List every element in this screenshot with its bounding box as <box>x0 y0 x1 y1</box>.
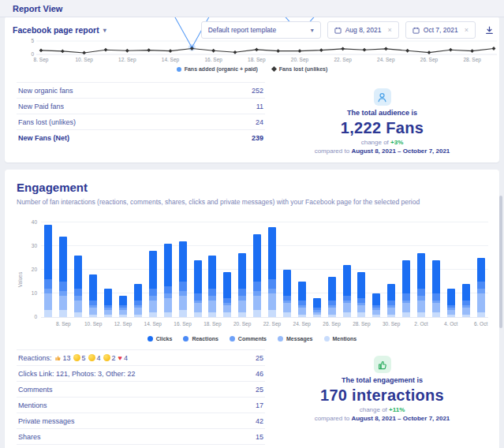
bar-slot <box>71 223 86 317</box>
bar-segment-clicks <box>194 260 202 293</box>
stacked-bar[interactable] <box>283 270 291 317</box>
bar-segment-clicks <box>238 253 246 289</box>
stacked-bar[interactable] <box>149 251 157 317</box>
bar-segment-mentions <box>253 310 261 317</box>
stacked-bar[interactable] <box>313 298 321 317</box>
bar-segment-clicks <box>387 284 395 301</box>
bar-slot <box>324 223 339 317</box>
download-icon <box>485 26 494 35</box>
stacked-bar[interactable] <box>59 237 67 317</box>
row-value: 25 <box>256 354 263 362</box>
table-row: Reactions:13542♥425 <box>17 349 265 365</box>
x-tick-label: 8. Sep <box>34 57 49 63</box>
row-value: 42 <box>256 417 263 425</box>
bar-segment-mentions <box>89 315 97 317</box>
table-row: Total engagement170 <box>17 444 265 448</box>
bar-segment-clicks <box>149 251 157 289</box>
legend-item[interactable]: Reactions <box>183 336 218 342</box>
date-from-value: Aug 8, 2021 <box>345 26 382 34</box>
y-tick-label: 0 <box>34 314 37 319</box>
legend-item: Fans lost (unlikes) <box>272 66 327 72</box>
stacked-bar[interactable] <box>402 260 410 317</box>
bar-segment-messages <box>462 308 470 315</box>
stacked-bar[interactable] <box>74 256 82 317</box>
stacked-bar[interactable] <box>387 284 395 317</box>
stacked-bar[interactable] <box>447 289 455 317</box>
stacked-bar[interactable] <box>44 225 52 317</box>
stacked-bar[interactable] <box>104 289 112 317</box>
bar-segment-reactions <box>208 289 216 296</box>
bar-slot <box>250 223 265 317</box>
report-name-dropdown[interactable]: Facebook page report ▾ <box>13 25 106 35</box>
stacked-bar[interactable] <box>223 272 231 317</box>
stacked-bar[interactable] <box>357 272 365 317</box>
stacked-bar[interactable] <box>253 234 261 317</box>
bar-segment-clicks <box>447 289 455 305</box>
stacked-bar[interactable] <box>462 284 470 317</box>
stacked-bar[interactable] <box>194 260 202 317</box>
compare-prefix: compared to <box>315 415 349 422</box>
bar-segment-messages <box>194 303 202 312</box>
stacked-bar[interactable] <box>119 296 127 317</box>
reaction-count: 5 <box>82 354 86 362</box>
bar-segment-mentions <box>432 312 440 317</box>
row-value: 17 <box>256 401 263 409</box>
engagement-subtitle: Number of fan interactions (reactions, c… <box>17 198 499 206</box>
stacked-bar[interactable] <box>208 256 216 317</box>
x-tick-label: 18. Sep <box>203 321 221 327</box>
x-tick-label: 8. Sep <box>56 321 71 327</box>
row-label: Fans lost (unlikes) <box>18 118 76 126</box>
bar-segment-reactions <box>417 289 425 296</box>
legend-item[interactable]: Mentions <box>324 336 357 342</box>
bar-slot <box>130 223 145 317</box>
legend-item[interactable]: Messages <box>278 336 312 342</box>
vertical-scrollbar[interactable] <box>499 196 502 328</box>
stacked-bar[interactable] <box>238 253 246 317</box>
stacked-bar[interactable] <box>134 284 142 317</box>
bar-segment-mentions <box>283 312 291 317</box>
bar-slot <box>384 223 399 317</box>
stacked-bar[interactable] <box>477 258 485 317</box>
bar-segment-mentions <box>298 315 306 317</box>
stacked-bar[interactable] <box>372 293 380 317</box>
compare-range: August 8, 2021 – October 7, 2021 <box>351 147 450 155</box>
bar-slot <box>190 223 205 317</box>
x-tick-label: 12. Sep <box>114 321 132 327</box>
date-from-picker[interactable]: Aug 8, 2021 × <box>327 21 399 39</box>
row-value: 46 <box>256 370 263 378</box>
x-tick-label: 28. Sep <box>463 57 481 63</box>
page-title: Report View <box>13 4 62 13</box>
download-report-button[interactable] <box>482 23 496 37</box>
legend-item[interactable]: Comments <box>230 336 267 342</box>
bar-segment-clicks <box>372 293 380 305</box>
table-row: Clicks Link: 121, Photos: 3, Other: 2246 <box>17 365 265 381</box>
stacked-bar[interactable] <box>343 265 351 317</box>
stacked-bar[interactable] <box>328 277 336 317</box>
reaction-count: 13 <box>63 354 71 362</box>
stacked-bar[interactable] <box>268 227 276 317</box>
x-tick-label: 10. Sep <box>75 57 93 63</box>
clear-date-icon[interactable]: × <box>388 26 392 34</box>
bar-segment-messages <box>134 308 142 315</box>
bar-segment-reactions <box>432 293 440 301</box>
date-to-picker[interactable]: Oct 7, 2021 × <box>405 21 476 39</box>
legend-item[interactable]: Clicks <box>147 336 173 342</box>
clear-date-icon[interactable]: × <box>465 26 469 34</box>
stacked-bar[interactable] <box>298 282 306 317</box>
bar-segment-mentions <box>447 315 455 317</box>
stacked-bar[interactable] <box>417 253 425 317</box>
stacked-bar[interactable] <box>164 244 172 317</box>
bar-segment-messages <box>164 298 172 312</box>
template-select[interactable]: Default report template ▾ <box>201 21 321 39</box>
compare-prefix: compared to <box>315 147 349 155</box>
legend-item: Fans added (organic + paid) <box>177 66 258 72</box>
legend-cross-icon <box>271 66 277 72</box>
bar-segment-mentions <box>194 312 202 317</box>
stacked-bar[interactable] <box>179 241 187 317</box>
row-label: Comments <box>18 386 53 394</box>
table-row: Fans lost (unlikes)24 <box>17 114 265 129</box>
bar-segment-clicks <box>179 241 187 282</box>
bar-segment-mentions <box>208 312 216 317</box>
stacked-bar[interactable] <box>89 274 97 317</box>
stacked-bar[interactable] <box>432 260 440 317</box>
